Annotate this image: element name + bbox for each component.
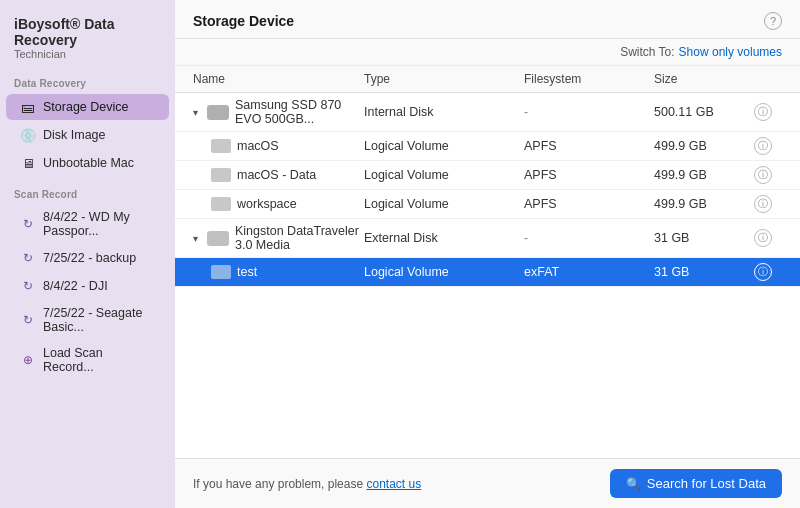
col-type: Type [364, 72, 524, 86]
sidebar-item-unbootable-mac[interactable]: 🖥 Unbootable Mac [6, 150, 169, 176]
sidebar: iBoysoft® Data Recovery Technician Data … [0, 0, 175, 508]
col-info [754, 72, 782, 86]
footer: If you have any problem, please contact … [175, 458, 800, 508]
help-button[interactable]: ? [764, 12, 782, 30]
row-fs-samsung: - [524, 105, 654, 119]
hdd-icon: 🖴 [20, 99, 36, 115]
sidebar-scan-item-4[interactable]: ↻ 7/25/22 - Seagate Basic... [6, 301, 169, 339]
device-name: Samsung SSD 870 EVO 500GB... [235, 98, 364, 126]
app-subtitle: Technician [14, 48, 161, 60]
scan-label-4: 7/25/22 - Seagate Basic... [43, 306, 155, 334]
footer-message: If you have any problem, please contact … [193, 477, 421, 491]
vol-row-icon [211, 197, 231, 211]
device-table: Name Type Filesystem Size ▾ Samsung SSD … [175, 66, 800, 458]
load-icon: ⊕ [20, 352, 36, 368]
table-row[interactable]: test Logical Volume exFAT 31 GB ⓘ [175, 258, 800, 287]
row-fs-macos-data: APFS [524, 168, 654, 182]
switch-bar: Switch To: Show only volumes [175, 39, 800, 66]
footer-text-label: If you have any problem, please [193, 477, 363, 491]
row-name-kingston: ▾ Kingston DataTraveler 3.0 Media [193, 224, 364, 252]
info-button-workspace[interactable]: ⓘ [754, 195, 772, 213]
row-type-workspace: Logical Volume [364, 197, 524, 211]
chevron-icon: ▾ [193, 233, 198, 244]
search-button-label: Search for Lost Data [647, 476, 766, 491]
scan-icon-4: ↻ [20, 312, 36, 328]
sidebar-item-storage-label: Storage Device [43, 100, 128, 114]
sidebar-item-disk-image[interactable]: 💿 Disk Image [6, 122, 169, 148]
contact-us-link[interactable]: contact us [366, 477, 421, 491]
scan-label-3: 8/4/22 - DJI [43, 279, 108, 293]
table-row[interactable]: ▾ Samsung SSD 870 EVO 500GB... Internal … [175, 93, 800, 132]
device-name: workspace [237, 197, 297, 211]
usb-row-icon [207, 231, 229, 246]
app-title: iBoysoft® Data Recovery [14, 16, 161, 48]
info-button-kingston[interactable]: ⓘ [754, 229, 772, 247]
scan-label-1: 8/4/22 - WD My Passpor... [43, 210, 155, 238]
sidebar-scan-item-2[interactable]: ↻ 7/25/22 - backup [6, 245, 169, 271]
search-icon: 🔍 [626, 477, 641, 491]
row-type-test: Logical Volume [364, 265, 524, 279]
device-name: macOS - Data [237, 168, 316, 182]
sidebar-scan-item-3[interactable]: ↻ 8/4/22 - DJI [6, 273, 169, 299]
device-name: macOS [237, 139, 279, 153]
table-header: Name Type Filesystem Size [175, 66, 800, 93]
row-type-samsung: Internal Disk [364, 105, 524, 119]
app-logo: iBoysoft® Data Recovery Technician [0, 16, 175, 66]
disk-image-icon: 💿 [20, 127, 36, 143]
info-button-samsung[interactable]: ⓘ [754, 103, 772, 121]
row-fs-macos: APFS [524, 139, 654, 153]
row-size-workspace: 499.9 GB [654, 197, 754, 211]
sidebar-item-storage-device[interactable]: 🖴 Storage Device [6, 94, 169, 120]
row-name-macos-data: macOS - Data [193, 168, 364, 182]
scan-icon-2: ↻ [20, 250, 36, 266]
vol-row-icon [211, 168, 231, 182]
search-lost-data-button[interactable]: 🔍 Search for Lost Data [610, 469, 782, 498]
row-fs-test: exFAT [524, 265, 654, 279]
row-type-macos-data: Logical Volume [364, 168, 524, 182]
row-size-samsung: 500.11 GB [654, 105, 754, 119]
info-button-macos[interactable]: ⓘ [754, 137, 772, 155]
col-size: Size [654, 72, 754, 86]
table-row[interactable]: workspace Logical Volume APFS 499.9 GB ⓘ [175, 190, 800, 219]
mac-icon: 🖥 [20, 155, 36, 171]
row-name-samsung: ▾ Samsung SSD 870 EVO 500GB... [193, 98, 364, 126]
load-label: Load Scan Record... [43, 346, 155, 374]
vol-row-icon [211, 139, 231, 153]
row-size-macos-data: 499.9 GB [654, 168, 754, 182]
table-row[interactable]: ▾ Kingston DataTraveler 3.0 Media Extern… [175, 219, 800, 258]
row-name-test: test [193, 265, 364, 279]
sidebar-item-disk-label: Disk Image [43, 128, 106, 142]
row-type-kingston: External Disk [364, 231, 524, 245]
info-button-macos-data[interactable]: ⓘ [754, 166, 772, 184]
sidebar-scan-item-1[interactable]: ↻ 8/4/22 - WD My Passpor... [6, 205, 169, 243]
table-row[interactable]: macOS Logical Volume APFS 499.9 GB ⓘ [175, 132, 800, 161]
row-name-macos: macOS [193, 139, 364, 153]
device-name: test [237, 265, 257, 279]
table-row[interactable]: macOS - Data Logical Volume APFS 499.9 G… [175, 161, 800, 190]
col-name: Name [193, 72, 364, 86]
scan-record-section: Scan Record [0, 177, 175, 204]
device-name: Kingston DataTraveler 3.0 Media [235, 224, 364, 252]
vol-row-icon [211, 265, 231, 279]
sidebar-item-mac-label: Unbootable Mac [43, 156, 134, 170]
page-title: Storage Device [193, 13, 294, 29]
show-only-volumes-link[interactable]: Show only volumes [679, 45, 782, 59]
row-type-macos: Logical Volume [364, 139, 524, 153]
scan-label-2: 7/25/22 - backup [43, 251, 136, 265]
chevron-icon: ▾ [193, 107, 198, 118]
row-size-macos: 499.9 GB [654, 139, 754, 153]
switch-label: Switch To: [620, 45, 674, 59]
row-name-workspace: workspace [193, 197, 364, 211]
row-fs-workspace: APFS [524, 197, 654, 211]
main-panel: Storage Device ? Switch To: Show only vo… [175, 0, 800, 508]
row-size-kingston: 31 GB [654, 231, 754, 245]
row-size-test: 31 GB [654, 265, 754, 279]
data-recovery-section: Data Recovery [0, 66, 175, 93]
help-icon: ? [770, 15, 776, 27]
scan-icon-1: ↻ [20, 216, 36, 232]
col-filesystem: Filesystem [524, 72, 654, 86]
main-header: Storage Device ? [175, 0, 800, 39]
info-button-test[interactable]: ⓘ [754, 263, 772, 281]
scan-icon-3: ↻ [20, 278, 36, 294]
sidebar-load-scan[interactable]: ⊕ Load Scan Record... [6, 341, 169, 379]
